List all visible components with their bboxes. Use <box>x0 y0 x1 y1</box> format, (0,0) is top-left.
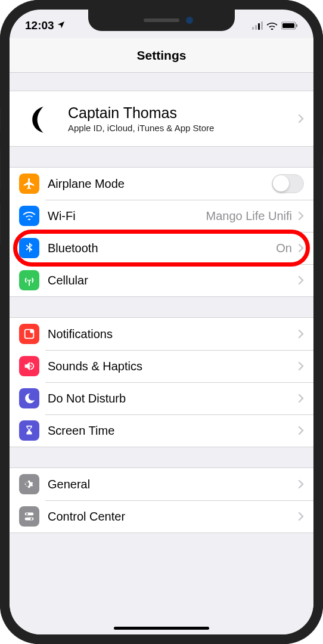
notch <box>88 10 235 31</box>
row-label: General <box>48 478 296 491</box>
svg-rect-1 <box>282 23 294 28</box>
row-airplane[interactable]: Airplane Mode <box>10 168 313 200</box>
wifi-icon <box>19 206 39 226</box>
row-wifi[interactable]: Wi-Fi Mango Life Unifi <box>10 200 313 232</box>
chevron-right-icon <box>298 426 304 435</box>
row-label: Wi-Fi <box>48 209 206 223</box>
nav-header: Settings <box>10 38 313 73</box>
svg-point-6 <box>26 513 28 515</box>
cellular-icon <box>19 270 39 290</box>
chevron-right-icon <box>298 243 304 253</box>
row-sounds[interactable]: Sounds & Haptics <box>10 350 313 382</box>
profile-text: Captain Thomas Apple ID, iCloud, iTunes … <box>68 104 296 133</box>
row-label: Bluetooth <box>48 242 276 255</box>
sounds-icon <box>19 356 39 376</box>
status-left: 12:03 <box>25 19 66 32</box>
row-notifications[interactable]: Notifications <box>10 318 313 350</box>
row-label: Sounds & Haptics <box>48 360 296 373</box>
chevron-right-icon <box>298 394 304 403</box>
row-label: Screen Time <box>48 424 296 438</box>
volume-down-button <box>0 203 1 244</box>
row-value: Mango Life Unifi <box>206 209 292 223</box>
bluetooth-icon <box>19 238 39 258</box>
gear-icon <box>19 474 39 494</box>
home-indicator[interactable] <box>114 627 209 630</box>
cellular-signal-icon <box>252 21 263 30</box>
profile-row[interactable]: Captain Thomas Apple ID, iCloud, iTunes … <box>10 91 313 146</box>
row-value: On <box>276 242 292 255</box>
row-screentime[interactable]: Screen Time <box>10 414 313 447</box>
notifications-icon <box>19 324 39 344</box>
profile-name: Captain Thomas <box>68 104 296 122</box>
row-label: Cellular <box>48 274 296 287</box>
screen: 12:03 Settings <box>10 10 313 634</box>
avatar <box>19 98 60 139</box>
profile-subtitle: Apple ID, iCloud, iTunes & App Store <box>68 123 296 133</box>
volume-up-button <box>0 149 1 191</box>
chevron-right-icon <box>298 211 304 221</box>
wifi-icon <box>266 21 278 30</box>
hourglass-icon <box>19 420 39 441</box>
row-label: Airplane Mode <box>48 177 272 191</box>
chevron-right-icon <box>298 361 304 371</box>
chevron-right-icon <box>298 329 304 339</box>
svg-point-4 <box>30 329 33 333</box>
front-camera <box>186 17 193 24</box>
row-controlcenter[interactable]: Control Center <box>10 500 313 532</box>
row-label: Control Center <box>48 510 296 524</box>
row-label: Do Not Disturb <box>48 392 296 405</box>
chevron-right-icon <box>298 479 304 489</box>
general-group: General Control Center <box>10 467 313 533</box>
location-arrow-icon <box>57 19 66 32</box>
chevron-right-icon <box>298 114 304 123</box>
chevron-right-icon <box>298 512 304 521</box>
airplane-toggle[interactable] <box>272 174 304 193</box>
battery-icon <box>281 21 298 30</box>
notifications-group: Notifications Sounds & Haptics Do Not Di… <box>10 317 313 447</box>
airplane-icon <box>19 174 39 194</box>
svg-point-8 <box>30 518 32 519</box>
profile-group: Captain Thomas Apple ID, iCloud, iTunes … <box>10 91 313 147</box>
row-label: Notifications <box>48 327 296 341</box>
connectivity-group: Airplane Mode Wi-Fi Mango Life Unifi <box>10 167 313 297</box>
status-right <box>252 21 298 30</box>
settings-content[interactable]: Captain Thomas Apple ID, iCloud, iTunes … <box>10 73 313 634</box>
svg-rect-2 <box>296 24 297 27</box>
row-cellular[interactable]: Cellular <box>10 264 313 296</box>
page-title: Settings <box>137 48 187 63</box>
row-bluetooth[interactable]: Bluetooth On <box>10 232 313 264</box>
row-dnd[interactable]: Do Not Disturb <box>10 382 313 414</box>
device-frame: 12:03 Settings <box>0 0 323 644</box>
moon-icon <box>19 388 39 408</box>
row-general[interactable]: General <box>10 468 313 500</box>
chevron-right-icon <box>298 275 304 285</box>
switches-icon <box>19 506 39 527</box>
mute-switch <box>0 107 1 131</box>
status-time: 12:03 <box>25 19 54 32</box>
